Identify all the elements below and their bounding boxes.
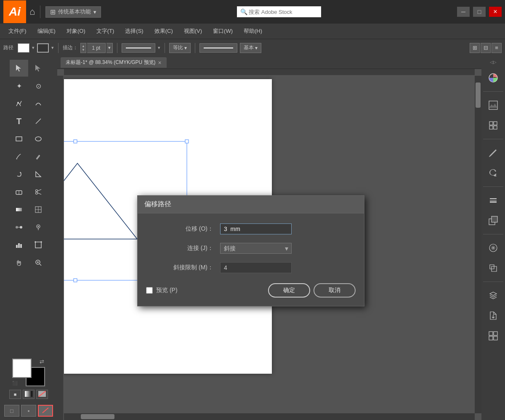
screen-mode-btn-3[interactable] xyxy=(38,405,53,417)
tool-eraser[interactable] xyxy=(10,183,28,200)
stroke-swatch[interactable] xyxy=(37,43,49,53)
tool-column-chart[interactable] xyxy=(10,237,28,253)
tool-ellipse[interactable] xyxy=(29,130,48,147)
tool-scale[interactable] xyxy=(29,166,48,183)
tool-symbol[interactable] xyxy=(29,219,48,236)
close-button[interactable]: × xyxy=(489,7,502,17)
align-btn-2[interactable]: ⊟ xyxy=(481,43,491,53)
document-tab[interactable]: 未标题-1* @ 88.34% (CMYK/GPU 预览) × xyxy=(61,57,167,68)
line-preview-dropdown[interactable]: ▾ xyxy=(158,45,160,51)
right-symbol-btn[interactable] xyxy=(485,165,502,181)
basic-line-preview[interactable] xyxy=(199,43,237,53)
tool-zoom[interactable] xyxy=(29,254,48,271)
right-layers-btn[interactable] xyxy=(485,287,502,304)
tool-gradient[interactable] xyxy=(10,201,28,218)
join-select[interactable]: 斜接 圆角 斜切 xyxy=(220,243,292,254)
join-row: 连接 (J)： 斜接 圆角 斜切 xyxy=(146,243,356,254)
svg-point-14 xyxy=(16,226,18,229)
color-mode-button[interactable]: ■ xyxy=(9,390,21,399)
right-transform-btn[interactable] xyxy=(485,212,502,229)
menu-window[interactable]: 窗口(W) xyxy=(208,26,238,37)
tool-rotate[interactable] xyxy=(10,166,28,183)
reset-colors-icon[interactable]: ⬛ xyxy=(12,381,17,385)
basic-button[interactable]: 基本 ▾ xyxy=(240,43,261,53)
foreground-swatch[interactable] xyxy=(12,359,32,378)
screen-mode-btn-2[interactable]: ▪ xyxy=(21,405,36,417)
join-label: 连接 (J)： xyxy=(146,245,213,252)
swap-colors-icon[interactable]: ⇄ xyxy=(40,359,44,365)
tool-direct-select[interactable] xyxy=(29,60,48,77)
fill-dropdown-arrow[interactable]: ▾ xyxy=(32,45,35,51)
tool-artboard[interactable] xyxy=(29,237,48,253)
screen-mode-area: □ ▪ xyxy=(4,405,53,417)
stroke-dropdown-arrow[interactable]: ▾ xyxy=(51,45,54,51)
stroke-value-input[interactable] xyxy=(87,43,106,53)
menu-text[interactable]: 文字(T) xyxy=(91,26,120,37)
align-btn-1[interactable]: ⊞ xyxy=(470,43,480,53)
tool-row-4: T xyxy=(10,113,48,130)
right-color-guide-btn[interactable] xyxy=(485,239,502,256)
preview-checkbox[interactable] xyxy=(146,287,153,294)
home-button[interactable]: ⌂ xyxy=(29,6,35,17)
stroke-line-preview[interactable] xyxy=(122,43,155,53)
menu-edit[interactable]: 编辑(E) xyxy=(32,26,61,37)
tool-pen[interactable] xyxy=(10,95,28,112)
scroll-thumb-horizontal[interactable] xyxy=(81,414,114,419)
menu-select[interactable]: 选择(S) xyxy=(120,26,148,37)
tool-rect[interactable] xyxy=(10,130,28,147)
fill-swatch[interactable] xyxy=(18,43,29,53)
maximize-button[interactable]: □ xyxy=(473,7,486,17)
right-image-trace-btn[interactable] xyxy=(485,97,502,114)
ok-button[interactable]: 确定 xyxy=(268,283,310,298)
tool-curvature[interactable] xyxy=(29,95,48,112)
tool-paintbrush[interactable] xyxy=(10,148,28,165)
scrollbar-vertical[interactable] xyxy=(475,76,481,413)
scroll-thumb-vertical[interactable] xyxy=(476,82,481,108)
right-arrange-btn[interactable] xyxy=(485,327,502,344)
tool-line[interactable] xyxy=(29,113,48,130)
align-buttons: ⊞ ⊟ ≡ xyxy=(470,43,502,53)
workspace-switcher[interactable]: ⊞ 传统基本功能 ▾ xyxy=(45,6,101,18)
svg-point-3 xyxy=(35,137,41,141)
screen-mode-btn-1[interactable]: □ xyxy=(4,405,19,417)
tool-mesh[interactable] xyxy=(29,201,48,218)
menu-view[interactable]: 视图(V) xyxy=(179,26,207,37)
menu-object[interactable]: 对象(O) xyxy=(61,26,90,37)
tab-close-btn[interactable]: × xyxy=(158,59,162,66)
titlebar: Ai ⌂ ⊞ 传统基本功能 ▾ 🔍 ─ □ × xyxy=(0,0,505,24)
menu-effect[interactable]: 效果(C) xyxy=(149,26,178,37)
miter-input[interactable] xyxy=(220,262,292,273)
stroke-unit-dropdown[interactable]: ▾ xyxy=(106,43,113,53)
right-transform2-btn[interactable] xyxy=(485,260,502,276)
svg-line-29 xyxy=(40,264,41,266)
tool-pencil[interactable] xyxy=(29,148,48,165)
right-color-btn[interactable] xyxy=(485,69,502,86)
cancel-button[interactable]: 取消 xyxy=(314,283,356,298)
tool-lasso[interactable]: ⊙ xyxy=(29,77,48,94)
offset-label: 位移 (O)： xyxy=(146,225,213,233)
offset-input[interactable] xyxy=(220,223,292,234)
right-properties-btn[interactable] xyxy=(485,117,502,134)
right-export-btn[interactable] xyxy=(485,307,502,324)
right-stroke-btn[interactable] xyxy=(485,192,502,209)
gradient-mode-button[interactable] xyxy=(23,390,35,399)
tool-blend[interactable] xyxy=(10,219,28,236)
tool-select[interactable] xyxy=(10,60,28,77)
none-mode-button[interactable] xyxy=(36,390,48,399)
tool-scissors[interactable] xyxy=(29,183,48,200)
stroke-arrows[interactable]: ▲ ▼ xyxy=(80,43,86,53)
search-input[interactable] xyxy=(237,6,321,17)
minimize-button[interactable]: ─ xyxy=(457,7,470,17)
tool-hand[interactable] xyxy=(10,254,28,271)
menu-file[interactable]: 文件(F) xyxy=(3,26,32,37)
tool-magic-wand[interactable]: ✦ xyxy=(10,77,28,94)
ratio-button[interactable]: 等比 ▾ xyxy=(169,43,191,53)
tool-row-3 xyxy=(10,95,48,112)
scrollbar-horizontal[interactable] xyxy=(64,413,475,420)
right-brush-btn[interactable] xyxy=(485,144,502,161)
align-btn-3[interactable]: ≡ xyxy=(492,43,502,53)
tool-row-8 xyxy=(10,183,48,200)
preview-label[interactable]: 预览 (P) xyxy=(156,287,178,294)
tool-text[interactable]: T xyxy=(10,113,28,130)
menu-help[interactable]: 帮助(H) xyxy=(239,26,267,37)
